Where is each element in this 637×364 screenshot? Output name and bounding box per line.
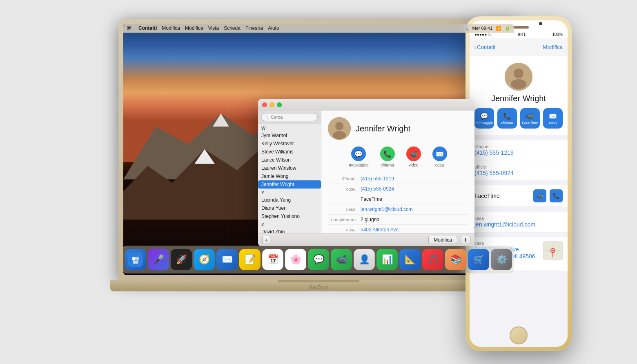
- menu-modifica[interactable]: Modifica: [185, 25, 203, 31]
- contact-item-kelly-westover[interactable]: Kelly Westover: [258, 140, 321, 148]
- contact-item-jamie-wong[interactable]: Jamie Wong: [258, 172, 321, 180]
- iphone-action-message[interactable]: 💬 messaggio: [474, 108, 494, 129]
- contact-item-stephen-yustiono[interactable]: Stephen Yustiono: [258, 212, 321, 220]
- menu-finestra[interactable]: Finestra: [245, 25, 263, 31]
- close-button[interactable]: [262, 102, 267, 107]
- section-header-z: Z: [258, 220, 321, 228]
- iphone-contact-name: Jennifer Wright: [491, 94, 546, 103]
- message-label: messaggio: [349, 163, 368, 167]
- iphone-email-row: casa jen.wright1@icloud.com: [474, 212, 563, 232]
- svg-point-18: [514, 69, 523, 78]
- svg-rect-16: [133, 261, 138, 264]
- iphone-mail-label: casa: [549, 121, 557, 125]
- dock-contacts[interactable]: 👤: [354, 249, 375, 270]
- iphone-back-button[interactable]: ‹ Contatti: [474, 44, 495, 50]
- edit-button[interactable]: Modifica: [428, 236, 457, 244]
- iphone-battery: 100%: [552, 32, 563, 37]
- iphone-action-call[interactable]: 📞 chiama: [497, 108, 517, 129]
- menubar-right: 🔍 Mer 09:41 📶 🔋: [463, 26, 510, 31]
- macbook-base: MacBook: [110, 280, 527, 291]
- dock-music[interactable]: 🎵: [422, 249, 443, 270]
- iphone-map-thumbnail[interactable]: [543, 241, 563, 260]
- menu-aiuto[interactable]: Aiuto: [268, 25, 279, 31]
- menubar-search-icon[interactable]: 🔍: [463, 26, 469, 31]
- menu-scheda[interactable]: Scheda: [224, 25, 241, 31]
- dock-safari[interactable]: 🧭: [194, 249, 215, 270]
- section-header-w: W: [258, 124, 321, 131]
- iphone-facetime-section: FaceTime 📹 📞: [470, 185, 568, 207]
- contacts-scroll[interactable]: W Jym Warhol Kelly Westover Steve Willia…: [258, 124, 321, 233]
- minimize-button[interactable]: [270, 102, 274, 107]
- dock-siri[interactable]: 🎤: [148, 249, 169, 270]
- contact-item-jennifer-wright[interactable]: Jennifer Wright: [258, 180, 321, 189]
- footer-right: Modifica ⬆: [428, 236, 470, 244]
- iphone-action-mail[interactable]: ✉️ casa: [543, 108, 563, 129]
- iphone-address-label: casa: [474, 241, 540, 246]
- action-video[interactable]: 📹 video: [406, 146, 421, 167]
- add-contact-button[interactable]: +: [262, 236, 270, 244]
- dock-facetime[interactable]: 📹: [331, 249, 352, 270]
- menu-file[interactable]: Modifica: [162, 25, 180, 31]
- contact-item-diana-yuen[interactable]: Diana Yuen: [258, 204, 321, 212]
- menu-vista[interactable]: Vista: [208, 25, 219, 31]
- iphone-ufficio-value[interactable]: (415) 555-0924: [474, 170, 563, 176]
- iphone-contact-content[interactable]: Jennifer Wright 💬 messaggio 📞 chiama 📹 F…: [470, 56, 568, 347]
- video-label: video: [409, 163, 419, 167]
- iphone-email-value[interactable]: jen.wright1@icloud.com: [474, 221, 563, 228]
- dock-finder[interactable]: [125, 249, 146, 270]
- email-value[interactable]: jen.wright1@icloud.com: [361, 206, 468, 212]
- iphone-facetime-audio-btn[interactable]: 📞: [550, 189, 563, 202]
- action-mail[interactable]: ✉️ casa: [432, 146, 447, 167]
- contact-item-steve-williams[interactable]: Steve Williams: [258, 148, 321, 156]
- apple-menu[interactable]: ⌘: [127, 25, 132, 31]
- info-row-email: casa jen.wright1@icloud.com: [328, 204, 468, 215]
- iphone-facetime-text: FaceTime: [474, 193, 500, 199]
- iphone-action-facetime[interactable]: 📹 FaceTime: [520, 108, 540, 129]
- contact-item-david-zbin[interactable]: David Zbin: [258, 228, 321, 233]
- contact-item-lance-wilson[interactable]: Lance Wilson: [258, 156, 321, 164]
- mail-icon: ✉️: [432, 146, 447, 161]
- dock-mail[interactable]: ✉️: [216, 249, 238, 270]
- dock-photos[interactable]: 🌸: [285, 249, 306, 270]
- dock-settings[interactable]: ⚙️: [491, 249, 512, 270]
- dock-numbers[interactable]: 📊: [376, 249, 398, 270]
- dock-launchpad[interactable]: 🚀: [171, 249, 192, 270]
- contact-item-lucinda-yang[interactable]: Lucinda Yang: [258, 196, 321, 204]
- share-button[interactable]: ⬆: [461, 236, 470, 244]
- iphone-facetime-buttons: 📹 📞: [533, 189, 563, 202]
- address-label: casa: [328, 227, 361, 232]
- iphone-facetime-label: FaceTime: [522, 121, 538, 125]
- dock-calendar[interactable]: 📅: [262, 249, 283, 270]
- iphone-edit-button[interactable]: Modifica: [543, 44, 563, 50]
- macbook: ⌘ Contatti Modifica Modifica Vista Sched…: [110, 19, 527, 345]
- svg-point-15: [135, 257, 139, 261]
- iphone-home-button[interactable]: [510, 326, 528, 344]
- iphone-value[interactable]: (415) 555-1219: [361, 176, 468, 182]
- dock-messages[interactable]: 💬: [308, 249, 329, 270]
- action-message[interactable]: 💬 messaggio: [349, 146, 368, 167]
- dock-keynote[interactable]: 📐: [399, 249, 421, 270]
- iphone-facetime-video-btn[interactable]: 📹: [533, 189, 546, 202]
- dock-appstore[interactable]: 🛒: [468, 249, 489, 270]
- mail-label: casa: [435, 163, 444, 167]
- casa-phone-value[interactable]: (415) 555-0924: [361, 186, 468, 192]
- macbook-label: MacBook: [308, 284, 329, 290]
- search-bar: 🔍: [258, 111, 321, 124]
- menubar-battery-icon: 🔋: [505, 26, 510, 31]
- contact-info-table: iPhone (415) 555-1219 casa (415) 555-092…: [328, 174, 468, 233]
- dock-notes[interactable]: 📝: [239, 249, 261, 270]
- dock-ibooks[interactable]: 📚: [445, 249, 466, 270]
- search-input[interactable]: [261, 113, 318, 121]
- section-header-y: Y: [258, 189, 321, 196]
- contact-item-jym-warhol[interactable]: Jym Warhol: [258, 131, 321, 140]
- chevron-left-icon: ‹: [474, 44, 476, 50]
- menubar-wifi-icon: 📶: [496, 26, 501, 31]
- address-value[interactable]: 5402 Allerton Ave.Grand Rapids MI 49506U…: [361, 227, 468, 233]
- action-call[interactable]: 📞 chiama: [380, 146, 395, 167]
- iphone-iphone-value[interactable]: (415) 555-1219: [474, 149, 563, 156]
- iphone-message-icon: 💬: [480, 112, 488, 120]
- app-name[interactable]: Contatti: [138, 25, 157, 31]
- macbook-lid: ⌘ Contatti Modifica Modifica Vista Sched…: [118, 19, 519, 280]
- fullscreen-button[interactable]: [277, 102, 282, 107]
- contact-item-lauren-winslow[interactable]: Lauren Winslow: [258, 164, 321, 172]
